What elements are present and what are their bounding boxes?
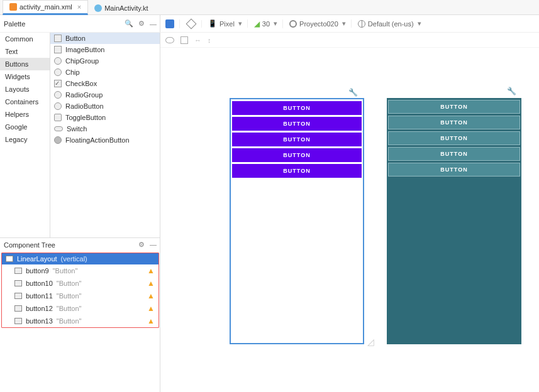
button-icon bbox=[14, 318, 22, 324]
palette-cat-buttons[interactable]: Buttons bbox=[0, 58, 50, 70]
palette-cat-legacy[interactable]: Legacy bbox=[0, 133, 50, 146]
palette-item-radiobutton[interactable]: RadioButton bbox=[50, 101, 160, 112]
palette-categories: Common Text Buttons Widgets Layouts Cont… bbox=[0, 33, 50, 237]
xml-file-icon bbox=[9, 3, 17, 11]
theme-picker[interactable]: Proyecto020 bbox=[289, 19, 352, 28]
palette-items: Button ImageButton ChipGroup Chip CheckB… bbox=[50, 33, 160, 237]
warning-icon[interactable]: ▲ bbox=[147, 266, 155, 275]
blueprint-preview[interactable]: 🔧 BUTTON BUTTON BUTTON BUTTON BUTTON bbox=[387, 98, 521, 344]
palette-cat-containers[interactable]: Containers bbox=[0, 95, 50, 108]
linearlayout-icon bbox=[6, 256, 13, 262]
togglebutton-icon bbox=[54, 114, 62, 121]
palette-cat-text[interactable]: Text bbox=[0, 45, 50, 58]
visibility-icon[interactable] bbox=[165, 37, 174, 43]
tree-root-linearlayout[interactable]: LinearLayout (vertical) bbox=[2, 253, 158, 264]
button-icon bbox=[14, 268, 22, 274]
canvas-toolbar: 📱 Pixel ◢ 30 Proyecto020 Default (en-us) bbox=[160, 15, 539, 33]
tree-item-button9[interactable]: button9 "Button" ▲ bbox=[2, 264, 158, 277]
api-picker[interactable]: ◢ 30 bbox=[254, 19, 283, 28]
preview-button[interactable]: BUTTON bbox=[388, 131, 520, 145]
gear-icon[interactable]: ⚙ bbox=[138, 19, 145, 28]
preview-button[interactable]: BUTTON bbox=[232, 148, 362, 162]
radiogroup-icon bbox=[54, 91, 62, 99]
palette-item-radiogroup[interactable]: RadioGroup bbox=[50, 89, 160, 101]
warning-icon[interactable]: ▲ bbox=[147, 304, 155, 313]
button-icon bbox=[14, 293, 22, 299]
preview-button[interactable]: BUTTON bbox=[232, 101, 362, 115]
palette-title: Palette bbox=[4, 20, 25, 28]
palette-cat-helpers[interactable]: Helpers bbox=[0, 108, 50, 121]
palette-item-checkbox[interactable]: CheckBox bbox=[50, 78, 160, 89]
tab-activity-main[interactable]: activity_main.xml × bbox=[3, 0, 88, 15]
tree-item-button13[interactable]: button13 "Button" ▲ bbox=[2, 315, 158, 327]
tab-label: activity_main.xml bbox=[19, 3, 72, 11]
preview-button[interactable]: BUTTON bbox=[388, 100, 520, 114]
palette-item-chipgroup[interactable]: ChipGroup bbox=[50, 55, 160, 67]
component-tree-title: Component Tree bbox=[4, 241, 55, 249]
palette-item-switch[interactable]: Switch bbox=[50, 123, 160, 134]
warning-icon[interactable]: ▲ bbox=[147, 279, 155, 288]
android-icon: ◢ bbox=[254, 19, 260, 28]
collapse-icon[interactable]: — bbox=[150, 20, 157, 28]
button-icon bbox=[14, 280, 22, 286]
wrench-icon[interactable]: 🔧 bbox=[348, 88, 358, 97]
palette-item-togglebutton[interactable]: ToggleButton bbox=[50, 112, 160, 123]
preview-button[interactable]: BUTTON bbox=[232, 117, 362, 131]
tree-item-button11[interactable]: button11 "Button" ▲ bbox=[2, 290, 158, 302]
preview-button[interactable]: BUTTON bbox=[388, 116, 520, 129]
gear-icon[interactable]: ⚙ bbox=[138, 241, 145, 249]
imagebutton-icon bbox=[54, 46, 62, 53]
design-canvas: 📱 Pixel ◢ 30 Proyecto020 Default (en-us)… bbox=[160, 15, 539, 392]
preview-button[interactable]: BUTTON bbox=[388, 147, 520, 161]
search-icon[interactable]: 🔍 bbox=[125, 19, 133, 28]
tree-item-button10[interactable]: button10 "Button" ▲ bbox=[2, 277, 158, 290]
chipgroup-icon bbox=[54, 57, 62, 65]
preview-button[interactable]: BUTTON bbox=[388, 163, 520, 177]
design-mode-icon[interactable] bbox=[165, 19, 174, 28]
orientation-icon[interactable] bbox=[186, 18, 197, 29]
tab-mainactivity[interactable]: MainActivity.kt bbox=[88, 1, 154, 14]
button-icon bbox=[14, 305, 22, 312]
fab-icon bbox=[54, 136, 62, 144]
locale-picker[interactable]: Default (en-us) bbox=[358, 19, 426, 28]
palette-header: Palette 🔍 ⚙ — bbox=[0, 15, 160, 33]
tree-item-button12[interactable]: button12 "Button" ▲ bbox=[2, 302, 158, 315]
button-icon bbox=[54, 35, 62, 42]
device-picker[interactable]: 📱 Pixel bbox=[208, 19, 248, 28]
switch-icon bbox=[54, 126, 63, 131]
warning-icon[interactable]: ▲ bbox=[147, 291, 155, 300]
arrow-up-down-icon[interactable]: ↕ bbox=[208, 36, 211, 44]
chip-icon bbox=[54, 68, 62, 76]
arrow-left-right-icon[interactable]: ↔ bbox=[194, 36, 201, 44]
wrench-icon[interactable]: 🔧 bbox=[507, 87, 516, 95]
globe-icon bbox=[358, 20, 365, 28]
palette-cat-layouts[interactable]: Layouts bbox=[0, 83, 50, 95]
canvas-view-options: ↔ ↕ bbox=[160, 33, 539, 48]
palette-cat-common[interactable]: Common bbox=[0, 33, 50, 45]
resize-handle-icon[interactable]: ◿ bbox=[367, 337, 374, 347]
component-tree: LinearLayout (vertical) button9 "Button"… bbox=[1, 253, 159, 328]
file-tabs: activity_main.xml × MainActivity.kt bbox=[0, 0, 539, 15]
preview-button[interactable]: BUTTON bbox=[232, 133, 362, 146]
tab-label: MainActivity.kt bbox=[104, 4, 148, 12]
component-tree-header: Component Tree ⚙ — bbox=[0, 238, 160, 251]
checkbox-icon bbox=[54, 80, 62, 87]
collapse-icon[interactable]: — bbox=[150, 241, 157, 249]
design-preview[interactable]: 🔧 BUTTON BUTTON BUTTON BUTTON BUTTON ◿ bbox=[230, 98, 364, 344]
palette-item-imagebutton[interactable]: ImageButton bbox=[50, 44, 160, 55]
layout-options-icon[interactable] bbox=[181, 36, 188, 44]
palette-item-button[interactable]: Button bbox=[50, 33, 160, 44]
kotlin-file-icon bbox=[94, 4, 102, 12]
radiobutton-icon bbox=[54, 102, 62, 110]
theme-icon bbox=[289, 20, 297, 28]
palette-cat-widgets[interactable]: Widgets bbox=[0, 70, 50, 83]
close-icon[interactable]: × bbox=[77, 3, 81, 11]
preview-button[interactable]: BUTTON bbox=[232, 164, 362, 178]
palette-item-chip[interactable]: Chip bbox=[50, 67, 160, 78]
palette-cat-google[interactable]: Google bbox=[0, 121, 50, 133]
palette-item-fab[interactable]: FloatingActionButton bbox=[50, 134, 160, 146]
warning-icon[interactable]: ▲ bbox=[147, 317, 155, 325]
